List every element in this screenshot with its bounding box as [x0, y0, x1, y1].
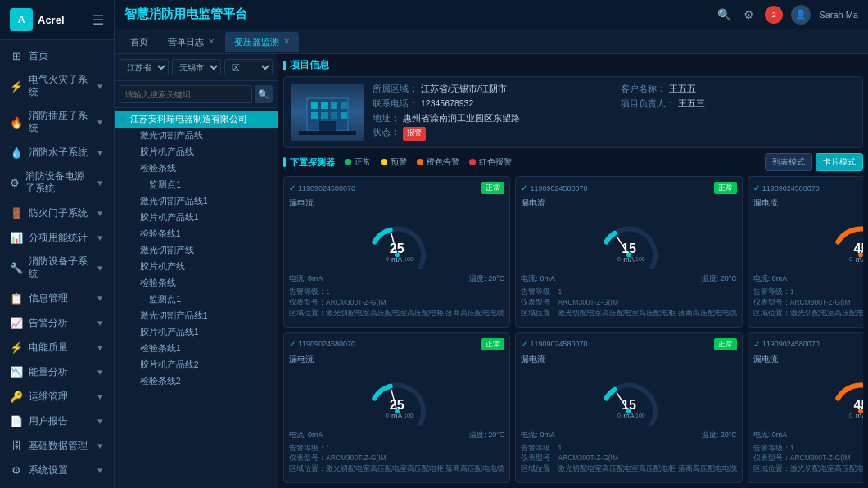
tree-node-cut2[interactable]: ▶ 激光切割产品线1 — [115, 193, 278, 210]
check-icon: ✓ — [289, 183, 296, 192]
gauge-info: 告警等级：1 仪表型号：ARCM300T-Z-G(IM 区域位置：激光切配电室高… — [753, 443, 863, 474]
gauge-title: 漏电流 — [753, 197, 863, 209]
tree-label-film1: 胶片机产品线 — [140, 147, 194, 158]
tree-node-film2[interactable]: ▶ 胶片机产品线1 — [115, 210, 278, 226]
gauge-info: 告警等级：1 仪表型号：ARCM300T-Z-G(IM 区域位置：激光切配电室高… — [289, 443, 504, 474]
notification-badge[interactable]: 2 — [765, 6, 783, 24]
nav-arrow-base-data: ▼ — [96, 441, 104, 450]
search-input[interactable] — [120, 85, 252, 103]
sidebar-item-base-data[interactable]: 🗄 基础数据管理 ▼ — [0, 433, 114, 458]
sidebar-item-info-mgmt[interactable]: 📋 信息管理 ▼ — [0, 286, 114, 310]
monitor-header: 下置探测器 正常 预警 橙色告警 — [283, 153, 863, 171]
tree-node-check2[interactable]: ▶ 检验条线1 — [115, 226, 278, 242]
nav-arrow-energy-analysis: ▼ — [96, 368, 104, 377]
gauge-meta: 电流: 0mA 温度: 20°C — [289, 273, 504, 284]
dot-red — [469, 159, 476, 165]
svg-text:0: 0 — [386, 412, 389, 418]
nav-icon-fire-device2: 🔧 — [10, 261, 23, 274]
search-button[interactable]: 🔍 — [255, 85, 273, 103]
tab-label-daily: 营单日志 — [168, 36, 204, 48]
tree-node-cut1[interactable]: ▶ 激光切割产品线 — [115, 128, 278, 144]
list-view-button[interactable]: 列表模式 — [765, 153, 812, 171]
tree-node-film1[interactable]: ▶ 胶片机产品线 — [115, 144, 278, 160]
tab-monitor[interactable]: 变压器监测 ✕ — [225, 32, 299, 52]
tree-node-cut3[interactable]: ▶ 激光切割产线 — [115, 242, 278, 259]
tree-label-check4: 检验条线1 — [140, 343, 181, 355]
tree-node-check4[interactable]: ▶ 检验条线1 — [115, 341, 278, 357]
card-id: ✓ 11909024580070 — [521, 340, 587, 349]
sidebar-item-log[interactable]: 📝 日志管理 ▼ — [0, 482, 114, 488]
sidebar-item-alarm-analysis[interactable]: 📈 告警分析 ▼ — [0, 310, 114, 335]
legend-caution: 橙色告警 — [417, 156, 459, 168]
gauge-value: 45 mA — [854, 242, 863, 264]
logo-icon: A — [10, 8, 33, 31]
nav-icon-user-report: 📄 — [10, 414, 23, 427]
tab-close-daily[interactable]: ✕ — [208, 38, 215, 46]
tree-node-monitor1[interactable]: ▶ 监测点1 — [115, 177, 278, 193]
nav-arrow-fire-door: ▼ — [96, 209, 104, 218]
city-select[interactable]: 无锡市 — [172, 59, 221, 75]
tree-node-film3[interactable]: ▶ 胶片机产线 — [115, 259, 278, 275]
sidebar-item-ops-mgmt[interactable]: 🔑 运维管理 ▼ — [0, 384, 114, 409]
nav-arrow-fire-sub: ▼ — [96, 118, 104, 127]
svg-rect-1 — [311, 102, 318, 109]
nav-icon-power-quality: ⚡ — [10, 341, 23, 354]
sidebar-item-energy-stat[interactable]: 📊 分项用能统计 ▼ — [0, 225, 114, 250]
tree-label-cut1: 激光切割产品线 — [140, 130, 203, 142]
svg-rect-10 — [299, 131, 356, 135]
sidebar-item-user-report[interactable]: 📄 用户报告 ▼ — [0, 409, 114, 433]
sidebar-item-power-quality[interactable]: ⚡ 电能质量 ▼ — [0, 335, 114, 359]
logo-text: Acrel — [38, 14, 65, 26]
project-details: 所属区域： 江苏省/无锡市/江阴市 客户名称： 王五五 联系电话： 123456… — [373, 84, 856, 141]
svg-rect-9 — [319, 121, 336, 131]
sidebar-item-electric-fire[interactable]: ⚡ 电气火灾子系统 ▼ — [0, 68, 114, 104]
sidebar-item-energy-analysis[interactable]: 📉 能量分析 ▼ — [0, 359, 114, 384]
svg-rect-3 — [331, 102, 337, 109]
tree-node-cut4[interactable]: ▶ 激光切割产品线1 — [115, 308, 278, 324]
sidebar-item-fire-device2[interactable]: 🔧 消防设备子系统 ▼ — [0, 250, 114, 286]
tree-node-check1[interactable]: ▶ 检验条线 — [115, 160, 278, 177]
nav-label-alarm-analysis: 告警分析 — [29, 317, 68, 329]
avatar[interactable]: 👤 — [791, 5, 811, 25]
svg-rect-7 — [331, 112, 337, 119]
nav-icon-ops-mgmt: 🔑 — [10, 390, 23, 403]
nav-label-fire-water: 消防水子系统 — [29, 147, 88, 159]
tree-label-monitor1: 监测点1 — [149, 179, 181, 191]
sidebar-item-fire-door[interactable]: 🚪 防火门子系统 ▼ — [0, 201, 114, 225]
sidebar-item-fire-device[interactable]: ⚙ 消防设备电源子系统 ▼ — [0, 165, 114, 201]
tree-node-check5[interactable]: ▶ 检验条线2 — [115, 373, 278, 390]
tab-close-monitor[interactable]: ✕ — [283, 38, 290, 46]
tab-home[interactable]: 首页 — [121, 32, 157, 52]
search-icon[interactable]: 🔍 — [716, 7, 732, 23]
card-badge: 正常 — [714, 338, 737, 350]
svg-text:100: 100 — [635, 412, 645, 418]
sidebar-item-fire-water[interactable]: 💧 消防水子系统 ▼ — [0, 140, 114, 165]
project-info-section: 项目信息 — [283, 59, 863, 148]
card-header: ✓ 11909024580070 正常 — [289, 182, 504, 194]
province-select[interactable]: 江苏省 — [120, 59, 169, 75]
card-header: ✓ 11909024580070 正常 — [289, 338, 504, 350]
sidebar-item-fire-sub[interactable]: 🔥 消防插座子系统 ▼ — [0, 104, 114, 140]
gauge-value: 25 mA — [390, 242, 405, 264]
tree-node-check3[interactable]: ▶ 检验条线 — [115, 275, 278, 291]
svg-text:0: 0 — [386, 256, 389, 262]
settings-icon[interactable]: ⚙ — [740, 7, 757, 23]
gauge-card: ✓ 11909024580070 橙色告警 漏电流 0 100 45 mA 电流… — [748, 176, 863, 328]
tab-daily[interactable]: 营单日志 ✕ — [159, 32, 224, 52]
sidebar-item-settings[interactable]: ⚙ 系统设置 ▼ — [0, 458, 114, 482]
tree-node-monitor2[interactable]: ▶ 监测点1 — [115, 291, 278, 308]
tree-node-company[interactable]: ▶ 江苏安科瑞电器制造有限公司 — [115, 111, 278, 128]
nav-label-fire-device2: 消防设备子系统 — [29, 255, 90, 280]
tree-node-film4[interactable]: ▶ 胶片机产品线1 — [115, 324, 278, 341]
detail-customer: 客户名称： 王五五 — [621, 84, 857, 97]
hamburger-icon[interactable]: ☰ — [93, 12, 104, 28]
tree-label-film5: 胶片机产品线2 — [140, 359, 199, 371]
sidebar-item-home[interactable]: ⊞ 首页 — [0, 43, 114, 68]
nav-arrow-fire-device: ▼ — [96, 178, 104, 188]
district-select[interactable]: 区 — [224, 59, 273, 75]
svg-rect-2 — [321, 102, 328, 109]
tree-node-film5[interactable]: ▶ 胶片机产品线2 — [115, 357, 278, 373]
card-view-button[interactable]: 卡片模式 — [816, 153, 863, 171]
view-buttons: 列表模式 卡片模式 — [765, 153, 863, 171]
gauge-card: ✓ 11909024580070 正常 漏电流 0 100 15 mA 电流: … — [515, 176, 742, 328]
